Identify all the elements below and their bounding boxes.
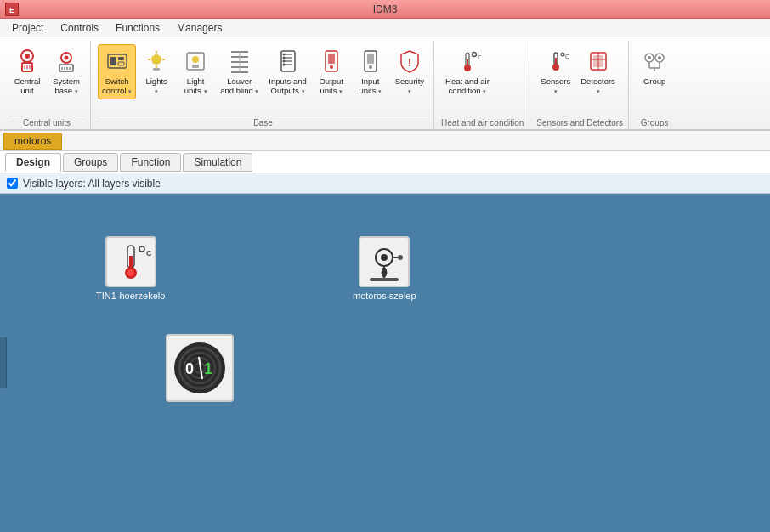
- svg-point-79: [381, 254, 388, 261]
- btn-security[interactable]: ! Security▾: [391, 44, 428, 99]
- ribbon-group-heat-air: C Heat and aircondition ▾ Heat and air c…: [436, 41, 529, 129]
- device-tin1-label: TIN1-hoerzekelo: [96, 291, 165, 301]
- svg-text:C: C: [478, 54, 481, 61]
- sub-tab-function[interactable]: Function: [120, 153, 181, 172]
- btn-security-label: Security▾: [395, 76, 424, 96]
- svg-point-53: [472, 53, 476, 57]
- layers-checkbox[interactable]: [7, 178, 18, 189]
- canvas-area: C TIN1-hoerzekelo motoros szelep: [0, 194, 770, 532]
- left-panel-handle[interactable]: [0, 337, 7, 388]
- btn-detectors[interactable]: Detectors▾: [576, 44, 620, 99]
- btn-sensors[interactable]: C Sensors▾: [536, 44, 575, 99]
- svg-text:!: !: [408, 57, 411, 69]
- output-units-icon: [318, 48, 345, 75]
- btn-system-base-label: Systembase ▾: [53, 76, 80, 96]
- sub-tab-groups[interactable]: Groups: [63, 153, 118, 172]
- layers-label: Visible layers: All layers visible: [23, 178, 161, 190]
- group-label-groups: Groups: [636, 116, 673, 129]
- svg-point-42: [282, 64, 285, 66]
- btn-heat-air-label: Heat and aircondition ▾: [445, 76, 490, 96]
- btn-group-label: Group: [643, 76, 665, 86]
- btn-heat-air[interactable]: C Heat and aircondition ▾: [441, 44, 494, 99]
- btn-louver-blind[interactable]: Louverand blind ▾: [216, 44, 263, 99]
- svg-rect-47: [367, 54, 374, 64]
- title-bar: E IDM3: [0, 0, 770, 19]
- btn-output-units-label: Outputunits ▾: [319, 76, 343, 96]
- menu-project[interactable]: Project: [3, 20, 52, 36]
- menu-controls[interactable]: Controls: [52, 20, 107, 36]
- svg-point-19: [151, 54, 161, 65]
- device-switch-program[interactable]: 0 1: [166, 334, 234, 405]
- ribbon-group-sensors-detectors: C Sensors▾ Detectors▾: [531, 41, 629, 129]
- sub-tabs: Design Groups Function Simulation: [0, 151, 770, 173]
- input-units-icon: [357, 48, 384, 75]
- btn-light-units[interactable]: Lightunits ▾: [177, 44, 214, 99]
- svg-point-75: [127, 269, 134, 276]
- btn-inputs-outputs[interactable]: Inputs andOutputs ▾: [264, 44, 310, 99]
- layers-bar: Visible layers: All layers visible: [0, 173, 770, 194]
- motoros-tab[interactable]: motoros: [3, 133, 62, 150]
- detectors-icon: [585, 48, 612, 75]
- heat-air-icon: C: [454, 48, 481, 75]
- louver-blind-icon: [226, 48, 253, 75]
- inputs-outputs-icon: [275, 48, 302, 75]
- device-box-motoros-szelep: [359, 236, 410, 287]
- svg-rect-16: [110, 57, 116, 65]
- svg-point-65: [648, 56, 651, 59]
- btn-switch-control-label: Switchcontrol ▾: [102, 76, 132, 96]
- svg-rect-56: [555, 58, 557, 64]
- svg-text:C: C: [146, 249, 152, 258]
- ribbon-group-groups: Group Groups: [631, 41, 678, 129]
- group-label-base: Base: [98, 116, 428, 129]
- svg-rect-17: [118, 57, 124, 60]
- btn-input-units[interactable]: Inputunits ▾: [352, 44, 389, 99]
- sub-tab-design[interactable]: Design: [5, 153, 61, 172]
- btn-output-units[interactable]: Outputunits ▾: [313, 44, 350, 99]
- ribbon: Centralunit Systemb: [0, 37, 770, 131]
- security-icon: !: [396, 48, 423, 75]
- lights-icon: [143, 48, 170, 75]
- group-label-central-units: Central units: [8, 116, 85, 129]
- svg-point-67: [658, 56, 661, 59]
- menu-functions[interactable]: Functions: [107, 20, 168, 36]
- svg-rect-44: [328, 54, 335, 64]
- device-tin1[interactable]: C TIN1-hoerzekelo: [96, 236, 165, 301]
- svg-point-48: [369, 65, 372, 69]
- svg-point-52: [464, 65, 471, 71]
- sub-tab-simulation[interactable]: Simulation: [183, 153, 252, 172]
- svg-point-39: [282, 54, 285, 56]
- svg-point-76: [139, 246, 144, 252]
- svg-point-58: [561, 53, 564, 56]
- btn-switch-control[interactable]: Switchcontrol ▾: [98, 44, 136, 99]
- menu-managers[interactable]: Managers: [168, 20, 230, 36]
- svg-rect-24: [153, 68, 160, 71]
- svg-text:1: 1: [204, 360, 212, 377]
- btn-light-units-label: Lightunits ▾: [184, 76, 207, 96]
- device-box-tin1: C: [105, 236, 156, 287]
- svg-rect-27: [192, 65, 199, 68]
- group-label-heat-air: Heat and air condition: [441, 116, 524, 129]
- group-icon: [641, 48, 668, 75]
- svg-text:0: 0: [185, 360, 194, 377]
- window-title: IDM3: [373, 3, 398, 15]
- btn-lights-label: Lights▾: [145, 76, 167, 96]
- svg-rect-18: [118, 62, 124, 65]
- btn-detectors-label: Detectors▾: [580, 76, 615, 96]
- device-motoros-szelep[interactable]: motoros szelep: [353, 236, 416, 301]
- svg-point-3: [25, 54, 30, 59]
- menu-bar: Project Controls Functions Managers: [0, 19, 770, 37]
- btn-group[interactable]: Group: [636, 44, 673, 89]
- device-box-switch-program: 0 1: [166, 334, 234, 402]
- svg-point-45: [330, 65, 333, 69]
- group-label-sensors-detectors: Sensors and Detectors: [536, 116, 623, 129]
- svg-text:C: C: [565, 54, 569, 59]
- app-icon: E: [5, 3, 19, 16]
- btn-system-base[interactable]: Systembase ▾: [48, 44, 85, 99]
- btn-central-unit[interactable]: Centralunit: [8, 44, 46, 99]
- device-motoros-szelep-label: motoros szelep: [353, 291, 416, 301]
- central-unit-icon: [14, 48, 41, 75]
- svg-text:E: E: [9, 5, 14, 14]
- btn-input-units-label: Inputunits ▾: [359, 76, 382, 96]
- light-units-icon: [182, 48, 209, 75]
- btn-lights[interactable]: Lights▾: [138, 44, 175, 99]
